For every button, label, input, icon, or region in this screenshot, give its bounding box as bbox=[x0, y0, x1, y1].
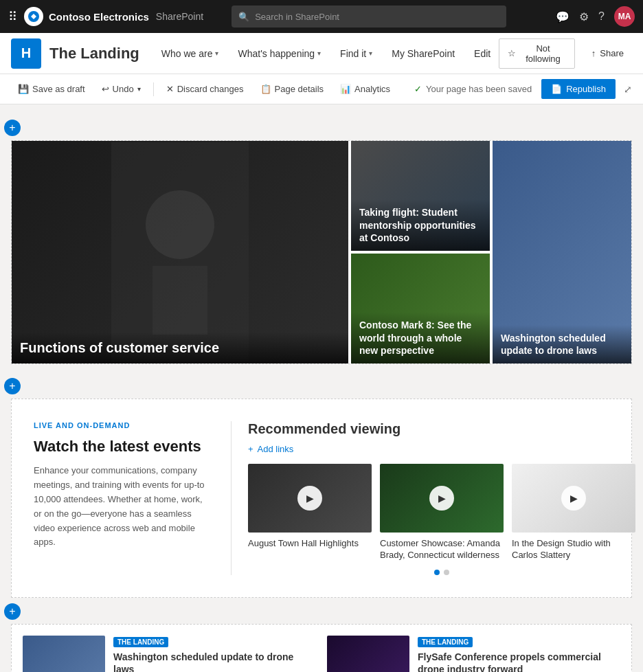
hero-card-1-overlay: Taking flight: Student mentorship opport… bbox=[351, 199, 490, 251]
events-right-panel: Recommended viewing + Add links ▶ August… bbox=[232, 421, 643, 575]
nav-item-whats-happening[interactable]: What's happening ▾ bbox=[229, 43, 329, 65]
top-nav-actions: 💬 ⚙ ? MA bbox=[556, 6, 635, 27]
page-content: + Functions of customer service Taking f… bbox=[0, 104, 643, 672]
news-title-1: Washington scheduled update to drone law… bbox=[113, 651, 316, 672]
events-left-panel: LIVE AND ON-DEMAND Watch the latest even… bbox=[12, 421, 232, 575]
events-description: Enhance your communications, company mee… bbox=[34, 464, 209, 550]
hero-card-2-overlay: Contoso Mark 8: See the world through a … bbox=[351, 312, 490, 363]
add-section-button-top[interactable]: + bbox=[4, 120, 21, 136]
hero-main-overlay: Functions of customer service bbox=[12, 332, 348, 363]
video-card-1[interactable]: ▶ August Town Hall Highlights bbox=[248, 464, 372, 561]
discard-icon: ✕ bbox=[166, 84, 174, 94]
share-icon: ↑ bbox=[591, 48, 596, 58]
checkmark-icon: ✓ bbox=[414, 84, 422, 94]
star-icon: ☆ bbox=[508, 48, 516, 58]
news-title-2: FlySafe Conference propels commercial dr… bbox=[418, 651, 620, 672]
brand-logo[interactable]: Contoso Electronics bbox=[24, 7, 149, 26]
hero-main-title: Functions of customer service bbox=[20, 340, 219, 355]
add-section-button-middle[interactable]: + bbox=[4, 378, 21, 394]
search-icon: 🔍 bbox=[238, 12, 249, 22]
video-cards-container: ▶ August Town Hall Highlights ▶ Customer… bbox=[248, 464, 635, 561]
analytics-icon: 📊 bbox=[340, 84, 351, 94]
analytics-button[interactable]: 📊 Analytics bbox=[333, 80, 397, 98]
save-as-draft-button[interactable]: 💾 Save as draft bbox=[11, 80, 92, 98]
search-bar[interactable]: 🔍 bbox=[232, 5, 506, 27]
republish-button[interactable]: 📄 Republish bbox=[541, 79, 616, 99]
play-button-2[interactable]: ▶ bbox=[429, 486, 454, 511]
svg-point-2 bbox=[146, 190, 214, 259]
video-title-1: August Town Hall Highlights bbox=[248, 538, 372, 550]
carousel-dot-2[interactable] bbox=[444, 570, 449, 575]
undo-icon: ↩ bbox=[102, 84, 109, 94]
news-item-1[interactable]: THE LANDING Washington scheduled update … bbox=[23, 636, 316, 672]
play-button-1[interactable]: ▶ bbox=[297, 486, 322, 511]
news-section: THE LANDING Washington scheduled update … bbox=[11, 624, 632, 672]
saved-status: ✓ Your page has been saved bbox=[414, 84, 532, 94]
edit-toolbar: 💾 Save as draft ↩ Undo ▾ ✕ Discard chang… bbox=[0, 74, 643, 104]
video-card-2[interactable]: ▶ Customer Showcase: Amanda Brady, Conne… bbox=[380, 464, 504, 561]
news-badge-2: THE LANDING bbox=[418, 637, 473, 647]
news-thumb-2 bbox=[327, 636, 409, 672]
site-navigation: Who we are ▾ What's happening ▾ Find it … bbox=[153, 43, 499, 65]
hero-card-2-title: Contoso Mark 8: See the world through a … bbox=[359, 320, 471, 355]
site-header: H The Landing Who we are ▾ What's happen… bbox=[0, 33, 643, 74]
video-thumb-2: ▶ bbox=[380, 464, 504, 533]
sharepoint-label: SharePoint bbox=[156, 11, 203, 22]
add-section-news: + bbox=[11, 601, 632, 623]
save-icon: 💾 bbox=[18, 84, 29, 94]
nav-item-my-sharepoint[interactable]: My SharePoint bbox=[383, 43, 463, 65]
video-thumb-1: ▶ bbox=[248, 464, 372, 533]
hero-card-drone[interactable]: Washington scheduled update to drone law… bbox=[493, 141, 631, 363]
play-button-3[interactable]: ▶ bbox=[561, 486, 586, 511]
hero-card-mark8[interactable]: Contoso Mark 8: See the world through a … bbox=[351, 254, 490, 363]
site-title: The Landing bbox=[49, 45, 139, 63]
video-card-3[interactable]: ▶ In the Design Studio with Carlos Slatt… bbox=[512, 464, 635, 561]
expand-icon[interactable]: ⤢ bbox=[624, 84, 632, 95]
help-icon[interactable]: ? bbox=[598, 10, 605, 23]
hero-card-1-title: Taking flight: Student mentorship opport… bbox=[359, 207, 476, 243]
news-badge-1: THE LANDING bbox=[113, 637, 168, 647]
chat-icon[interactable]: 💬 bbox=[556, 10, 569, 23]
news-content-1: THE LANDING Washington scheduled update … bbox=[113, 636, 316, 672]
chevron-down-icon: ▾ bbox=[317, 49, 321, 57]
carousel-dot-1[interactable] bbox=[434, 570, 440, 575]
brand-icon bbox=[24, 7, 43, 26]
hero-card-3-overlay: Washington scheduled update to drone law… bbox=[493, 325, 631, 363]
carousel-dots bbox=[248, 570, 635, 575]
hero-main-card[interactable]: Functions of customer service bbox=[12, 141, 348, 363]
site-header-actions: ☆ Not following ↑ Share bbox=[499, 38, 632, 69]
add-links-button[interactable]: + Add links bbox=[248, 444, 293, 454]
discard-changes-button[interactable]: ✕ Discard changes bbox=[159, 80, 251, 98]
nav-item-who-we-are[interactable]: Who we are ▾ bbox=[153, 43, 227, 65]
nav-item-find-it[interactable]: Find it ▾ bbox=[332, 43, 381, 65]
app-launcher-icon[interactable]: ⠿ bbox=[8, 9, 17, 24]
video-title-2: Customer Showcase: Amanda Brady, Connect… bbox=[380, 538, 504, 561]
add-section-middle: + bbox=[11, 375, 632, 397]
top-navigation: ⠿ Contoso Electronics SharePoint 🔍 💬 ⚙ ?… bbox=[0, 0, 643, 33]
settings-icon[interactable]: ⚙ bbox=[579, 10, 589, 23]
undo-button[interactable]: ↩ Undo ▾ bbox=[95, 80, 148, 98]
add-section-top: + bbox=[11, 117, 632, 139]
nav-item-edit[interactable]: Edit bbox=[466, 43, 499, 65]
recommended-title: Recommended viewing bbox=[248, 421, 635, 437]
chevron-down-icon: ▾ bbox=[369, 49, 372, 57]
news-thumb-1 bbox=[23, 636, 105, 672]
republish-icon: 📄 bbox=[551, 84, 562, 94]
svg-rect-3 bbox=[153, 266, 207, 335]
share-button[interactable]: ↑ Share bbox=[583, 44, 632, 63]
news-item-2[interactable]: THE LANDING FlySafe Conference propels c… bbox=[327, 636, 620, 672]
hero-main-image bbox=[12, 141, 348, 363]
chevron-down-icon: ▾ bbox=[137, 85, 141, 93]
site-logo: H bbox=[11, 38, 41, 69]
page-details-button[interactable]: 📋 Page details bbox=[253, 80, 331, 98]
events-section: LIVE AND ON-DEMAND Watch the latest even… bbox=[11, 399, 632, 598]
not-following-button[interactable]: ☆ Not following bbox=[499, 38, 575, 69]
toolbar-divider bbox=[153, 82, 154, 96]
search-input[interactable] bbox=[255, 12, 499, 22]
add-section-button-news[interactable]: + bbox=[4, 603, 21, 620]
hero-grid: Functions of customer service Taking fli… bbox=[11, 140, 632, 364]
avatar[interactable]: MA bbox=[614, 6, 635, 27]
news-content-2: THE LANDING FlySafe Conference propels c… bbox=[418, 636, 620, 672]
hero-card-mentorship[interactable]: Taking flight: Student mentorship opport… bbox=[351, 141, 490, 251]
events-title: Watch the latest events bbox=[34, 438, 209, 456]
